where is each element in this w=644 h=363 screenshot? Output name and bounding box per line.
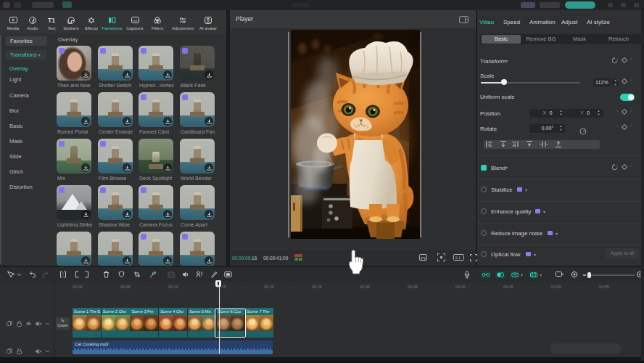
svg-text:1:1: 1:1	[455, 256, 461, 260]
